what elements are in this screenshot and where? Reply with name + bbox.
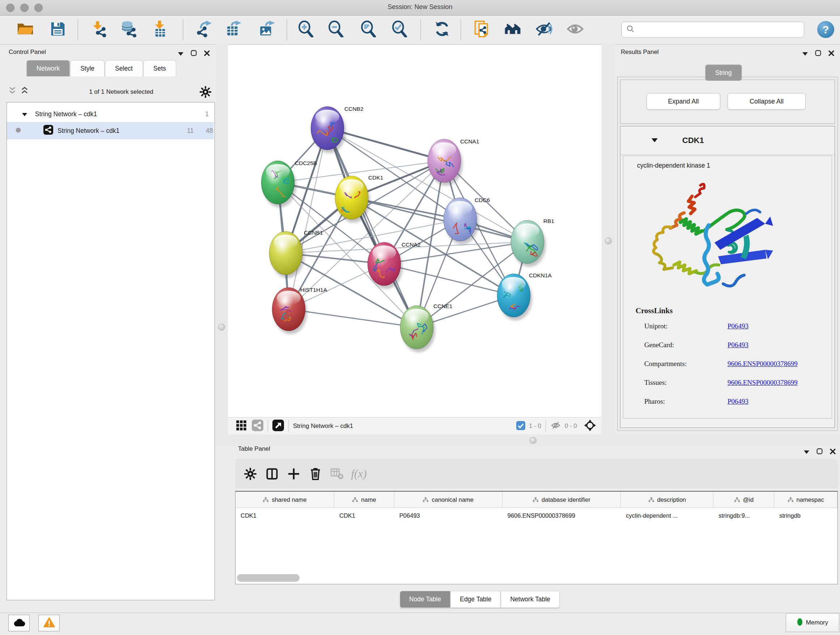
column-header-description[interactable]: description xyxy=(621,492,714,508)
panel-menu-icon[interactable] xyxy=(804,449,809,455)
network-canvas[interactable]: CCNB2CCNA1CDC25BCDK1CDC6RB1CCNB1CCNA2CDK… xyxy=(228,45,602,417)
export-table-button[interactable] xyxy=(225,21,243,39)
zoom-out-button[interactable] xyxy=(327,21,345,39)
import-database-button[interactable] xyxy=(120,21,138,39)
birdseye-grid-icon[interactable] xyxy=(236,420,247,432)
crosslink-link[interactable]: P06493 xyxy=(728,397,748,405)
hide-selected-button[interactable] xyxy=(535,21,553,39)
selected-checkbox-icon[interactable] xyxy=(516,421,525,432)
search-input[interactable] xyxy=(635,26,792,34)
function-builder-button[interactable]: f(x) xyxy=(348,463,370,485)
edge-CCNB2-CCNE1[interactable] xyxy=(327,128,417,327)
edge-CCNB2-HIST1H1A[interactable] xyxy=(289,128,327,309)
table-settings-button[interactable] xyxy=(240,463,261,485)
column-header-label: shared name xyxy=(272,496,306,503)
tree-expander-icon[interactable] xyxy=(22,111,27,118)
import-network-button[interactable] xyxy=(90,21,108,39)
zoom-fit-button[interactable] xyxy=(359,21,377,39)
hidden-eye-icon[interactable] xyxy=(550,421,561,432)
memory-button[interactable]: Memory xyxy=(786,613,839,632)
splitter-grip[interactable] xyxy=(605,238,612,244)
right-splitter[interactable] xyxy=(602,44,615,434)
delete-column-button[interactable] xyxy=(305,463,326,485)
panel-close-icon[interactable] xyxy=(204,50,210,57)
crosshair-icon[interactable] xyxy=(584,420,596,432)
panel-float-icon[interactable] xyxy=(815,50,821,57)
panel-close-icon[interactable] xyxy=(830,448,836,456)
export-image-button[interactable] xyxy=(257,21,276,39)
tab-network-table[interactable]: Network Table xyxy=(501,591,560,608)
crosslink-link[interactable]: P06493 xyxy=(728,322,748,330)
node-CCNA2[interactable]: CCNA2 xyxy=(368,241,421,289)
crosslink-link[interactable]: 9606.ENSP00000378699 xyxy=(728,360,798,367)
collection-count: 1 xyxy=(205,111,209,118)
column-header--id[interactable]: @id xyxy=(714,492,774,508)
network-row-selected[interactable]: String Network – cdk1 11 48 xyxy=(7,122,214,139)
refresh-view-button[interactable] xyxy=(433,21,451,39)
column-header-name[interactable]: name xyxy=(334,492,394,508)
panel-float-icon[interactable] xyxy=(816,448,823,456)
expand-all-button[interactable]: Expand All xyxy=(646,93,720,110)
network-collection-row[interactable]: String Network – cdk1 1 xyxy=(7,105,214,123)
tab-network[interactable]: Network xyxy=(27,60,70,76)
crosslink-label: Compartments: xyxy=(644,360,728,368)
node-CDK1[interactable]: CDK1 xyxy=(335,174,383,223)
crosslink-link[interactable]: 9606.ENSP00000378699 xyxy=(728,379,798,386)
splitter-grip[interactable] xyxy=(530,437,537,444)
panel-float-icon[interactable] xyxy=(191,50,197,57)
node-HIST1H1A[interactable]: HIST1H1A xyxy=(272,287,327,334)
node-RB1[interactable]: RB1 xyxy=(511,218,554,267)
show-all-button[interactable] xyxy=(566,21,584,39)
collapse-all-button-results[interactable]: Collapse All xyxy=(728,93,806,110)
import-table-icon xyxy=(152,21,168,39)
table-horizontal-scrollbar[interactable] xyxy=(237,574,300,582)
protein-header-row[interactable]: CDK1 xyxy=(621,126,835,155)
cloud-button[interactable] xyxy=(8,615,30,631)
tab-sets[interactable]: Sets xyxy=(143,60,176,76)
tab-node-table[interactable]: Node Table xyxy=(400,591,450,608)
panel-close-icon[interactable] xyxy=(829,50,834,57)
import-table-button[interactable] xyxy=(151,21,169,39)
node-CCNA1[interactable]: CCNA1 xyxy=(428,138,479,186)
delete-table-button[interactable] xyxy=(326,463,348,485)
left-splitter[interactable] xyxy=(216,44,228,434)
help-button[interactable]: ? xyxy=(817,21,834,38)
zoom-selected-button[interactable] xyxy=(390,21,409,39)
panel-menu-icon[interactable] xyxy=(178,51,183,57)
collapse-all-button[interactable] xyxy=(8,86,17,97)
tab-style[interactable]: Style xyxy=(70,60,104,76)
tab-select[interactable]: Select xyxy=(105,60,143,76)
column-header-namespac[interactable]: namespac xyxy=(774,492,837,508)
open-session-button[interactable] xyxy=(16,21,34,39)
zoom-in-button[interactable] xyxy=(297,21,315,39)
warnings-button[interactable] xyxy=(38,615,60,631)
crosslink-link[interactable]: P06493 xyxy=(728,341,748,348)
export-network-button[interactable] xyxy=(195,21,213,39)
open-in-window-icon[interactable] xyxy=(272,420,284,432)
expand-all-tree-button[interactable] xyxy=(20,86,29,97)
clone-network-button[interactable] xyxy=(473,21,491,39)
horizontal-splitter[interactable] xyxy=(216,434,840,446)
column-header-shared-name[interactable]: shared name xyxy=(235,492,334,508)
edge-HIST1H1A-CCNE1[interactable] xyxy=(289,309,417,327)
tab-edge-table[interactable]: Edge Table xyxy=(450,591,501,608)
node-CCNB1[interactable]: CCNB1 xyxy=(269,230,323,278)
network-share-icon[interactable] xyxy=(252,420,264,432)
tab-string[interactable]: String xyxy=(705,65,742,81)
node-CDC6[interactable]: CDC6 xyxy=(444,197,490,244)
column-header-database-identifier[interactable]: database identifier xyxy=(502,492,621,508)
save-session-button[interactable] xyxy=(49,21,67,39)
splitter-grip[interactable] xyxy=(218,324,225,331)
collapse-section-icon[interactable] xyxy=(652,137,658,144)
crosslink-label: Tissues: xyxy=(644,379,728,386)
panel-menu-icon[interactable] xyxy=(802,51,808,57)
table-row[interactable]: CDK1CDK1P064939606.ENSP00000378699cyclin… xyxy=(235,508,837,523)
node-CCNE1[interactable]: CCNE1 xyxy=(400,303,453,352)
column-header-canonical-name[interactable]: canonical name xyxy=(394,492,502,508)
network-options-gear-button[interactable] xyxy=(199,86,212,100)
home-button[interactable] xyxy=(504,21,522,39)
add-column-button[interactable] xyxy=(283,463,305,485)
node-CCNB2[interactable]: CCNB2 xyxy=(311,106,363,153)
show-columns-button[interactable] xyxy=(261,463,283,485)
node-CDKN1A[interactable]: CDKN1A xyxy=(497,272,552,320)
